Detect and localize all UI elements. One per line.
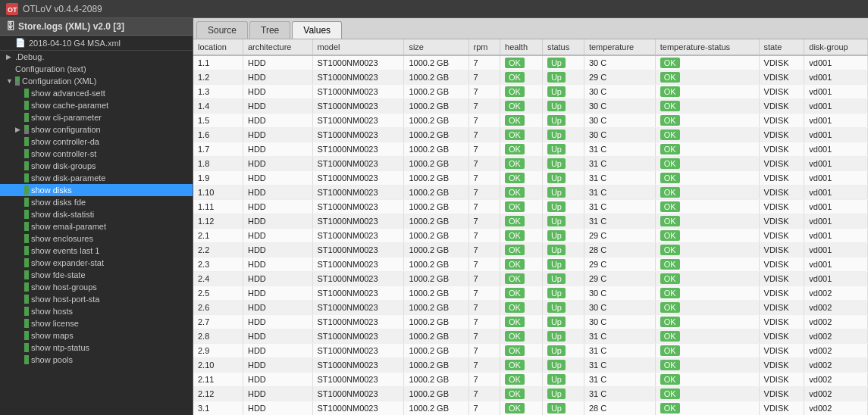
tab-values[interactable]: Values [292, 21, 342, 39]
table-row[interactable]: 1.4HDDST1000NM00231000.2 GB7OKUp30 COKVD… [193, 99, 868, 114]
table-row[interactable]: 2.10HDDST1000NM00231000.2 GB7OKUp31 COKV… [193, 358, 868, 373]
cell-architecture: HDD [243, 186, 312, 200]
cell-health: OK [500, 70, 543, 85]
cell-state: VDISK [759, 387, 804, 401]
cell-temperature: 30 C [584, 301, 655, 315]
cell-health: OK [500, 257, 543, 272]
sidebar-tree-item[interactable]: ▶.Debug. [0, 51, 193, 63]
table-row[interactable]: 2.9HDDST1000NM00231000.2 GB7OKUp31 COKVD… [193, 344, 868, 358]
table-row[interactable]: 2.5HDDST1000NM00231000.2 GB7OKUp30 COKVD… [193, 286, 868, 301]
column-header-rpm[interactable]: rpm [468, 39, 500, 55]
sidebar-tree-item[interactable]: show license [0, 317, 193, 329]
sidebar-tree-item[interactable]: show fde-state [0, 269, 193, 281]
table-row[interactable]: 1.10HDDST1000NM00231000.2 GB7OKUp31 COKV… [193, 186, 868, 200]
cell-health: OK [500, 329, 543, 344]
table-row[interactable]: 2.8HDDST1000NM00231000.2 GB7OKUp31 COKVD… [193, 329, 868, 344]
cell-status: Up [542, 142, 584, 157]
cell-model: ST1000NM0023 [312, 157, 404, 171]
column-header-health[interactable]: health [500, 39, 543, 55]
cell-status: Up [542, 358, 584, 373]
sidebar-tree-item[interactable]: show expander-stat [0, 257, 193, 269]
cell-architecture: HDD [243, 55, 312, 70]
table-row[interactable]: 1.8HDDST1000NM00231000.2 GB7OKUp31 COKVD… [193, 157, 868, 171]
cell-health: OK [500, 358, 543, 373]
sidebar-tree-item[interactable]: show ntp-status [0, 342, 193, 354]
cell-disk_group: vd001 [804, 171, 868, 186]
sidebar-tree-item[interactable]: show controller-st [0, 148, 193, 160]
sidebar-tree-item[interactable]: show disk-paramete [0, 172, 193, 184]
sidebar-tree-item[interactable]: show events last 1 [0, 245, 193, 257]
cell-model: ST1000NM0023 [312, 229, 404, 243]
sidebar-tree-item[interactable]: show host-groups [0, 281, 193, 293]
tree-item-label: .Debug. [15, 52, 45, 61]
table-row[interactable]: 1.2HDDST1000NM00231000.2 GB7OKUp29 COKVD… [193, 70, 868, 85]
column-header-disk-group[interactable]: disk-group [804, 39, 868, 55]
column-header-location[interactable]: location [193, 39, 243, 55]
table-row[interactable]: 2.3HDDST1000NM00231000.2 GB7OKUp29 COKVD… [193, 257, 868, 272]
sidebar-tree-item[interactable]: show disks fde [0, 196, 193, 208]
table-row[interactable]: 1.7HDDST1000NM00231000.2 GB7OKUp31 COKVD… [193, 142, 868, 157]
table-row[interactable]: 1.3HDDST1000NM00231000.2 GB7OKUp30 COKVD… [193, 85, 868, 99]
sidebar-tree-item[interactable]: Configuration (text) [0, 63, 193, 75]
sidebar-tree-item[interactable]: show disks [0, 184, 193, 196]
sidebar-tree-item[interactable]: show controller-da [0, 136, 193, 148]
table-row[interactable]: 3.1HDDST1000NM00231000.2 GB7OKUp28 COKVD… [193, 401, 868, 416]
column-header-size[interactable]: size [404, 39, 468, 55]
table-row[interactable]: 2.7HDDST1000NM00231000.2 GB7OKUp30 COKVD… [193, 315, 868, 329]
cell-status: Up [542, 329, 584, 344]
column-header-architecture[interactable]: architecture [243, 39, 312, 55]
sidebar-tree-item[interactable]: show cache-paramet [0, 99, 193, 111]
sidebar-file-item[interactable]: 📄 2018-04-10 G4 MSA.xml [0, 36, 193, 51]
file-icon: 📄 [15, 38, 26, 48]
cell-state: VDISK [759, 272, 804, 286]
column-header-temperature[interactable]: temperature [584, 39, 655, 55]
cell-state: VDISK [759, 373, 804, 387]
sidebar-tree-item[interactable]: show enclosures [0, 232, 193, 245]
cell-state: VDISK [759, 157, 804, 171]
table-row[interactable]: 1.9HDDST1000NM00231000.2 GB7OKUp31 COKVD… [193, 171, 868, 186]
table-row[interactable]: 2.6HDDST1000NM00231000.2 GB7OKUp30 COKVD… [193, 301, 868, 315]
cell-rpm: 7 [468, 272, 500, 286]
cell-size: 1000.2 GB [404, 128, 468, 142]
cell-temperature: 29 C [584, 272, 655, 286]
cell-model: ST1000NM0023 [312, 257, 404, 272]
column-header-state[interactable]: state [759, 39, 804, 55]
table-row[interactable]: 1.11HDDST1000NM00231000.2 GB7OKUp31 COKV… [193, 200, 868, 214]
cell-health: OK [500, 373, 543, 387]
table-row[interactable]: 1.1HDDST1000NM00231000.2 GB7OKUp30 COKVD… [193, 55, 868, 70]
sidebar-tree-item[interactable]: show pools [0, 354, 193, 366]
cell-disk_group: vd002 [804, 387, 868, 401]
column-header-model[interactable]: model [312, 39, 404, 55]
column-header-temperature-status[interactable]: temperature-status [655, 39, 759, 55]
table-row[interactable]: 1.6HDDST1000NM00231000.2 GB7OKUp30 COKVD… [193, 128, 868, 142]
sidebar-tree-item[interactable]: show email-paramet [0, 220, 193, 232]
table-row[interactable]: 2.2HDDST1000NM00231000.2 GB7OKUp28 COKVD… [193, 243, 868, 257]
sidebar-tree-item[interactable]: ▼Configuration (XML) [0, 75, 193, 87]
sidebar-tree-item[interactable]: show advanced-sett [0, 87, 193, 99]
cell-temperature: 31 C [584, 358, 655, 373]
cell-temperature: 28 C [584, 243, 655, 257]
table-row[interactable]: 1.5HDDST1000NM00231000.2 GB7OKUp30 COKVD… [193, 114, 868, 128]
table-row[interactable]: 2.4HDDST1000NM00231000.2 GB7OKUp29 COKVD… [193, 272, 868, 286]
cell-temperature: 30 C [584, 128, 655, 142]
cell-location: 1.5 [193, 114, 243, 128]
table-row[interactable]: 1.12HDDST1000NM00231000.2 GB7OKUp31 COKV… [193, 214, 868, 229]
cell-model: ST1000NM0023 [312, 114, 404, 128]
sidebar-tree-item[interactable]: show disk-groups [0, 160, 193, 172]
sidebar-tree-item[interactable]: show host-port-sta [0, 293, 193, 305]
cell-disk_group: vd001 [804, 55, 868, 70]
column-header-status[interactable]: status [542, 39, 584, 55]
sidebar-tree-item[interactable]: show disk-statisti [0, 208, 193, 220]
table-row[interactable]: 2.1HDDST1000NM00231000.2 GB7OKUp29 COKVD… [193, 229, 868, 243]
tree-bar-icon [24, 282, 29, 292]
sidebar-tree-item[interactable]: show cli-parameter [0, 111, 193, 123]
tab-source[interactable]: Source [196, 21, 248, 39]
sidebar-tree-item[interactable]: ▶show configuration [0, 123, 193, 136]
table-row[interactable]: 2.11HDDST1000NM00231000.2 GB7OKUp31 COKV… [193, 373, 868, 387]
cell-temperature: 31 C [584, 387, 655, 401]
cell-rpm: 7 [468, 128, 500, 142]
sidebar-tree-item[interactable]: show hosts [0, 305, 193, 317]
table-row[interactable]: 2.12HDDST1000NM00231000.2 GB7OKUp31 COKV… [193, 387, 868, 401]
sidebar-tree-item[interactable]: show maps [0, 329, 193, 342]
tab-tree[interactable]: Tree [249, 21, 290, 39]
